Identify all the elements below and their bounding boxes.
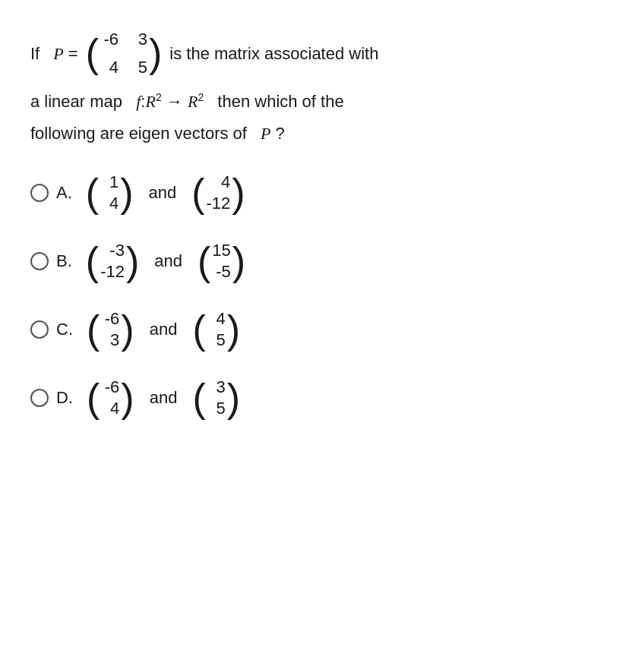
vec1-grid: 1 4 xyxy=(100,169,119,216)
right-bracket: ) xyxy=(120,173,133,213)
option-a-item[interactable]: A. ( 1 4 ) and ( 4 -12 ) xyxy=(30,169,599,216)
option-b-radio[interactable] xyxy=(30,252,49,270)
option-a-vec1: ( 1 4 ) xyxy=(86,169,134,216)
question-line-1: If P = ( -6 3 4 5 ) is the matrix associ… xyxy=(30,23,599,84)
cell-10: 4 xyxy=(100,54,119,80)
a-v1-r1: 1 xyxy=(100,172,119,192)
option-d-item[interactable]: D. ( -6 4 ) and ( 3 5 ) xyxy=(30,374,599,421)
left-bracket: ( xyxy=(192,378,205,418)
text-part4: following are eigen vectors of xyxy=(30,120,247,147)
option-d-vec1: ( -6 4 ) xyxy=(87,374,134,421)
and-b: and xyxy=(154,251,182,271)
b-v1-r2: -12 xyxy=(100,262,125,282)
b-v2-r1: 15 xyxy=(212,241,230,260)
d-v1-r2: 4 xyxy=(101,399,119,418)
if-text: If xyxy=(30,40,40,67)
option-c-item[interactable]: C. ( -6 3 ) and ( 4 5 ) xyxy=(30,306,599,353)
left-bracket: ( xyxy=(86,33,99,73)
right-bracket: ) xyxy=(227,378,240,418)
right-bracket: ) xyxy=(149,33,162,73)
c-v2-r1: 4 xyxy=(207,309,226,329)
left-bracket: ( xyxy=(87,310,100,349)
right-bracket: ) xyxy=(126,241,139,281)
and-a: and xyxy=(148,183,176,203)
option-d-label: D. xyxy=(56,388,73,408)
option-b-label: B. xyxy=(56,251,72,271)
option-c-content: ( -6 3 ) and ( 4 5 ) xyxy=(84,306,243,353)
option-c-vec2: ( 4 5 ) xyxy=(192,306,240,353)
option-b-content: ( -3 -12 ) and ( 15 -5 ) xyxy=(83,238,248,285)
option-c-label: C. xyxy=(56,320,73,339)
vec2-grid: 4 5 xyxy=(207,306,226,353)
p-variable-2: P xyxy=(261,120,270,147)
and-c: and xyxy=(150,320,178,339)
b-v2-r2: -5 xyxy=(212,262,230,282)
option-c-vec1: ( -6 3 ) xyxy=(87,306,134,353)
text-part2: a linear map xyxy=(30,88,122,115)
matrix-p-grid: -6 3 4 5 xyxy=(100,23,147,84)
d-v2-r1: 3 xyxy=(207,377,226,397)
question-block: If P = ( -6 3 4 5 ) is the matrix associ… xyxy=(30,23,599,421)
domain-r: R xyxy=(145,92,155,111)
left-bracket: ( xyxy=(198,241,210,281)
question-line-2: a linear map f:R2 → R2 then which of the xyxy=(30,88,599,115)
right-bracket: ) xyxy=(121,310,134,349)
cell-11: 5 xyxy=(129,54,147,80)
cell-01: 3 xyxy=(129,26,147,52)
vec1-grid: -6 4 xyxy=(101,374,119,421)
c-v1-r2: 3 xyxy=(101,330,119,350)
vec2-grid: 4 -12 xyxy=(207,169,231,216)
question-mark: ? xyxy=(276,120,285,147)
right-bracket: ) xyxy=(232,241,245,281)
right-bracket: ) xyxy=(232,173,245,213)
vec1-grid: -6 3 xyxy=(101,306,119,353)
option-b-vec2: ( 15 -5 ) xyxy=(198,238,245,285)
equals-sign: = xyxy=(68,40,78,67)
options-list: A. ( 1 4 ) and ( 4 -12 ) xyxy=(30,169,599,421)
d-v1-r1: -6 xyxy=(101,377,119,397)
option-d-content: ( -6 4 ) and ( 3 5 ) xyxy=(84,374,243,421)
d-v2-r2: 5 xyxy=(207,399,226,418)
text-part1: is the matrix associated with xyxy=(169,40,378,67)
right-bracket: ) xyxy=(227,310,240,349)
left-bracket: ( xyxy=(86,173,99,213)
option-a-vec2: ( 4 -12 ) xyxy=(191,169,245,216)
a-v1-r2: 4 xyxy=(100,194,119,213)
codomain-r: R xyxy=(188,92,198,111)
option-a-label: A. xyxy=(56,183,72,203)
vec1-grid: -3 -12 xyxy=(100,238,125,285)
c-v1-r1: -6 xyxy=(101,309,119,329)
option-d-vec2: ( 3 5 ) xyxy=(192,374,240,421)
p-variable: P xyxy=(53,40,63,67)
and-d: and xyxy=(150,388,178,408)
arrow-sym: → xyxy=(166,92,183,111)
codomain-sup: 2 xyxy=(198,91,204,103)
left-bracket: ( xyxy=(192,310,205,349)
option-a-radio[interactable] xyxy=(30,184,49,202)
left-bracket: ( xyxy=(87,378,100,418)
vec2-grid: 3 5 xyxy=(207,374,226,421)
question-text: If P = ( -6 3 4 5 ) is the matrix associ… xyxy=(30,23,599,147)
function-notation: f:R2 → R2 xyxy=(136,88,204,115)
b-v1-r1: -3 xyxy=(100,241,125,260)
matrix-p: ( -6 3 4 5 ) xyxy=(86,23,163,84)
a-v2-r1: 4 xyxy=(207,172,231,192)
option-b-vec1: ( -3 -12 ) xyxy=(86,238,139,285)
option-a-content: ( 1 4 ) and ( 4 -12 ) xyxy=(83,169,248,216)
c-v2-r2: 5 xyxy=(207,330,226,350)
text-part3: then which of the xyxy=(217,88,343,115)
left-bracket: ( xyxy=(86,241,99,281)
option-d-radio[interactable] xyxy=(30,389,49,407)
f-letter: f xyxy=(136,92,141,111)
a-v2-r2: -12 xyxy=(207,194,231,213)
option-c-radio[interactable] xyxy=(30,320,49,339)
domain-sup: 2 xyxy=(156,91,162,103)
option-b-item[interactable]: B. ( -3 -12 ) and ( 15 -5 xyxy=(30,238,599,285)
cell-00: -6 xyxy=(100,26,119,52)
left-bracket: ( xyxy=(191,173,204,213)
question-line-3: following are eigen vectors of P? xyxy=(30,120,599,147)
vec2-grid: 15 -5 xyxy=(212,238,230,285)
right-bracket: ) xyxy=(121,378,134,418)
